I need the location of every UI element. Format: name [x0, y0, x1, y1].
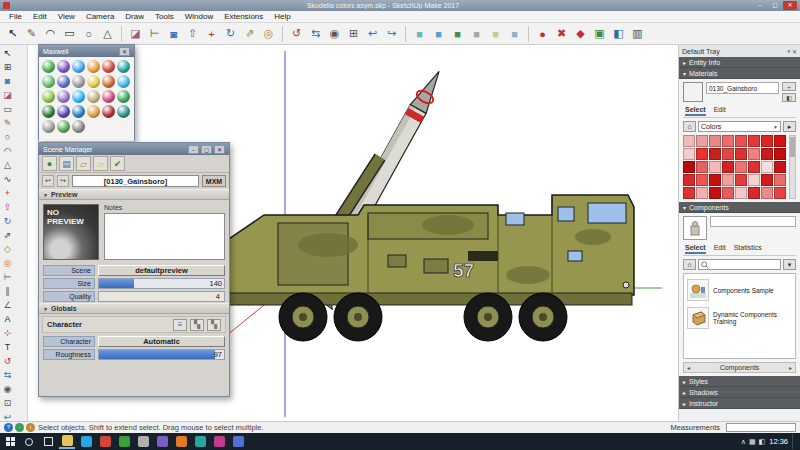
- styles-icon[interactable]: ▣: [591, 25, 608, 42]
- components-home-icon[interactable]: ⌂: [683, 259, 696, 270]
- scene-manager-maximize-button[interactable]: ◻: [201, 145, 212, 154]
- menu-item-extensions[interactable]: Extensions: [219, 11, 268, 23]
- geolocation-status-icon[interactable]: ◦: [15, 423, 24, 432]
- maxwell-material-icon[interactable]: [72, 75, 85, 88]
- color-swatch[interactable]: [735, 187, 747, 199]
- color-swatch[interactable]: [722, 148, 734, 160]
- color-swatch[interactable]: [774, 135, 786, 147]
- push-pull-icon[interactable]: ⇧: [1, 200, 14, 214]
- follow-me-icon[interactable]: ⇗: [1, 228, 14, 242]
- color-swatch[interactable]: [696, 187, 708, 199]
- offset-tool-icon[interactable]: ◎: [1, 256, 14, 270]
- redo-icon[interactable]: ↪: [57, 175, 69, 187]
- 3d-text-tool-icon[interactable]: T: [1, 340, 14, 354]
- view-iso-icon[interactable]: ■: [411, 25, 428, 42]
- apply-check-icon[interactable]: ✔: [110, 156, 125, 171]
- taskbar-app-button[interactable]: [135, 434, 151, 449]
- materials-collection-dropdown[interactable]: Colors ▼: [698, 121, 781, 132]
- maxwell-material-icon[interactable]: [102, 90, 115, 103]
- color-swatch[interactable]: [761, 174, 773, 186]
- undo-icon[interactable]: ↩: [364, 25, 381, 42]
- component-name-field[interactable]: [710, 216, 796, 227]
- view-left-icon[interactable]: ■: [506, 25, 523, 42]
- select-tool-icon[interactable]: ↖: [1, 46, 14, 60]
- secondary-pane-button[interactable]: ◧: [782, 93, 796, 102]
- color-swatch[interactable]: [709, 135, 721, 147]
- color-swatch[interactable]: [709, 148, 721, 160]
- scale-tool-icon[interactable]: ◇: [1, 242, 14, 256]
- color-swatch[interactable]: [774, 161, 786, 173]
- menu-item-file[interactable]: File: [4, 11, 27, 23]
- color-swatch[interactable]: [735, 174, 747, 186]
- circle-tool-icon[interactable]: ○: [80, 25, 97, 42]
- start-button[interactable]: [2, 434, 18, 449]
- maxwell-material-icon[interactable]: [117, 105, 130, 118]
- paint-bucket-icon[interactable]: ◙: [165, 25, 182, 42]
- mxm-button[interactable]: MXM: [202, 175, 226, 187]
- redo-icon[interactable]: ↪: [383, 25, 400, 42]
- credits-status-icon[interactable]: i: [26, 423, 35, 432]
- nav-forward-icon[interactable]: ▸: [789, 364, 792, 371]
- protractor-tool-icon[interactable]: ∠: [1, 298, 14, 312]
- maxwell-material-icon[interactable]: [87, 60, 100, 73]
- color-swatch[interactable]: [683, 135, 695, 147]
- material-preview-thumbnail[interactable]: NO PREVIEW: [43, 204, 99, 260]
- view-front-icon[interactable]: ■: [449, 25, 466, 42]
- entity-info-header[interactable]: ▸ Entity Info: [679, 57, 800, 68]
- color-swatch[interactable]: [774, 187, 786, 199]
- rectangle-tool-icon[interactable]: ▭: [61, 25, 78, 42]
- menu-item-help[interactable]: Help: [269, 11, 295, 23]
- menu-item-window[interactable]: Window: [180, 11, 218, 23]
- taskbar-app-button[interactable]: [211, 434, 227, 449]
- tray-close-icon[interactable]: ✕: [792, 48, 797, 55]
- view-back-icon[interactable]: ■: [487, 25, 504, 42]
- maxwell-close-button[interactable]: ✕: [119, 47, 130, 56]
- maxwell-material-icon[interactable]: [87, 90, 100, 103]
- taskbar-clock[interactable]: 12:36: [769, 437, 788, 446]
- notes-textarea[interactable]: [104, 213, 225, 260]
- create-material-button[interactable]: +: [782, 82, 796, 91]
- quality-spinner[interactable]: 4: [98, 291, 225, 302]
- shadows-icon[interactable]: ◧: [610, 25, 627, 42]
- maximize-button[interactable]: ◻: [768, 1, 782, 10]
- circle-tool-icon[interactable]: ○: [1, 130, 14, 144]
- globals-section-header[interactable]: ▼ Globals: [39, 303, 229, 314]
- maxwell-material-icon[interactable]: [72, 90, 85, 103]
- push-pull-icon[interactable]: ⇧: [184, 25, 201, 42]
- title-bar[interactable]: Skudelia colors asym.skp - SketchUp Make…: [0, 0, 800, 11]
- color-swatch[interactable]: [748, 135, 760, 147]
- color-swatch[interactable]: [683, 187, 695, 199]
- taskbar-app-button[interactable]: [154, 434, 170, 449]
- size-slider[interactable]: 140: [98, 278, 225, 289]
- color-swatch[interactable]: [696, 161, 708, 173]
- maxwell-material-icon[interactable]: [72, 105, 85, 118]
- palette-scrollbar[interactable]: [789, 135, 796, 199]
- system-tray-icon[interactable]: ▦: [749, 438, 756, 446]
- components-details-button[interactable]: ▾: [783, 259, 796, 270]
- shadows-header[interactable]: ▸ Shadows: [679, 387, 800, 398]
- color-swatch[interactable]: [709, 187, 721, 199]
- color-swatch[interactable]: [696, 148, 708, 160]
- checker-small-icon[interactable]: ▚: [190, 319, 204, 331]
- arc-tool-icon[interactable]: ◠: [1, 144, 14, 158]
- color-swatch[interactable]: [722, 187, 734, 199]
- make-component-icon[interactable]: ⊞: [1, 60, 14, 74]
- list-item[interactable]: Components Sample: [686, 276, 793, 304]
- color-swatch[interactable]: [709, 174, 721, 186]
- maxwell-title-bar[interactable]: Maxwell ✕: [39, 45, 134, 57]
- pan-tool-icon[interactable]: ⇆: [1, 368, 14, 382]
- paint-bucket-icon[interactable]: ◙: [1, 74, 14, 88]
- missile-truck-model[interactable]: 57: [226, 61, 634, 341]
- maxwell-material-icon[interactable]: [72, 60, 85, 73]
- list-view-icon[interactable]: ≡: [173, 319, 187, 331]
- offset-tool-icon[interactable]: ◎: [260, 25, 277, 42]
- color-swatch[interactable]: [748, 161, 760, 173]
- taskbar-app-button[interactable]: [59, 434, 75, 449]
- color-swatch[interactable]: [683, 148, 695, 160]
- close-button[interactable]: ✕: [783, 1, 797, 10]
- roughness-slider[interactable]: 97: [98, 349, 225, 360]
- maxwell-material-icon[interactable]: [87, 105, 100, 118]
- materials-tab-select[interactable]: Select: [685, 106, 706, 116]
- maxwell-material-icon[interactable]: [117, 60, 130, 73]
- zoom-extents-icon[interactable]: ⊡: [1, 396, 14, 410]
